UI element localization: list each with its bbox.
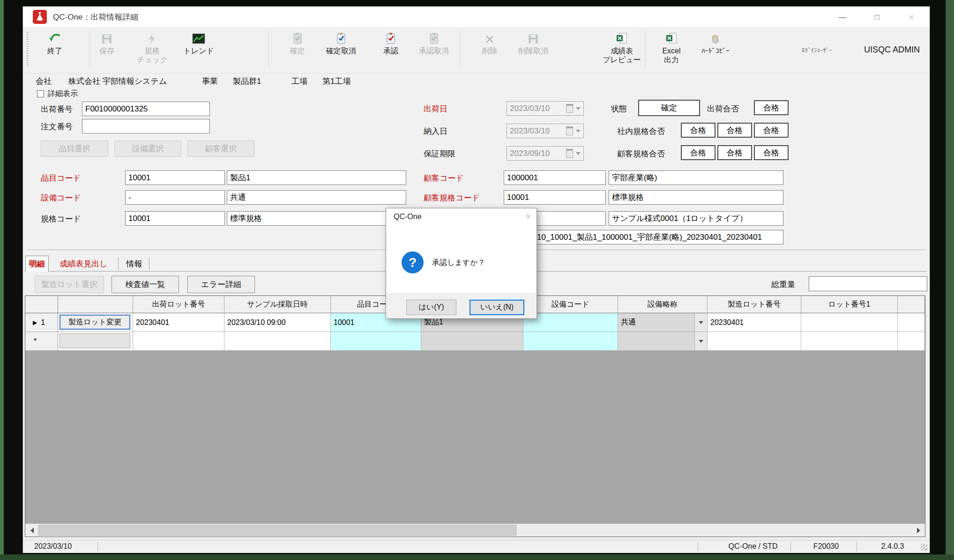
equipment-code-field[interactable]: - (125, 190, 225, 205)
calendar-icon (566, 104, 573, 113)
ship-pass-box: 合格 (754, 100, 789, 115)
close-icon[interactable]: × (902, 11, 921, 23)
table-cell-partial[interactable] (898, 332, 925, 351)
customer-name-field: 宇部産業(略) (609, 170, 783, 185)
detail-display-checkbox[interactable] (37, 90, 44, 97)
dialog-message: 承認しますか？ (432, 258, 485, 268)
equipment-select-button: 設備選択 (114, 140, 181, 157)
equipment-name-field: 共通 (227, 190, 406, 205)
customer-spec-code-field[interactable]: 10001 (504, 190, 606, 205)
chevron-down-icon (576, 107, 581, 110)
column-header-lot1: ロット番号1 (801, 296, 898, 313)
table-cell-mfg-lot[interactable]: 20230401 (708, 313, 801, 332)
horizontal-scrollbar[interactable] (25, 523, 925, 537)
current-row-arrow-icon: ▶ (33, 319, 37, 326)
table-cell-lot1[interactable] (801, 313, 898, 332)
status-bar: 2023/03/10 QC-One / STD F20030 2.4.0.3 (23, 540, 930, 553)
plant-value: 第1工場 (322, 76, 350, 87)
toolbar-drag-handle[interactable] (27, 32, 29, 66)
item-code-field[interactable]: 10001 (125, 170, 225, 185)
clipboard-check-icon (292, 30, 303, 45)
spec-code-field[interactable]: 10001 (125, 211, 225, 226)
error-detail-button[interactable]: エラー詳細 (187, 276, 255, 293)
table-cell-sample-dt[interactable] (224, 332, 331, 351)
ship-date-label: 出荷日 (424, 103, 447, 114)
table-cell-action: 製造ロット変更 (58, 313, 133, 332)
item-code-label: 品目コード (41, 173, 81, 184)
customer-spec-pass-box: 合格 (681, 145, 716, 160)
customer-code-label: 顧客コード (424, 173, 464, 184)
shipping-no-input[interactable]: F0010000001325 (82, 102, 210, 116)
status-version: 2.4.0.3 (862, 542, 923, 551)
maximize-icon[interactable]: □ (867, 11, 887, 23)
approve-button[interactable]: 承認 (372, 30, 410, 70)
table-cell-lot1[interactable] (801, 332, 898, 351)
equipment-code-label: 設備コード (41, 192, 81, 203)
excel-export-button[interactable]: Excel出力 (650, 30, 693, 70)
customer-code-field[interactable]: 1000001 (504, 170, 606, 185)
dialog-yes-button[interactable]: はい(Y) (406, 300, 456, 315)
confirm-button: 確定 (279, 30, 316, 70)
status-label: 状態 (611, 103, 627, 114)
hardcopy-icon (709, 30, 722, 45)
app-window: QC-One：出荷情報詳細 — □ × 終了 保存 (22, 6, 930, 553)
chevron-down-icon (576, 152, 581, 155)
clipboard-check-red-icon (385, 30, 396, 45)
login-user-value: UISQC ADMIN (864, 45, 920, 55)
hardcopy-button[interactable]: ﾊｰﾄﾞｺﾋﾟｰ (690, 30, 741, 70)
new-row-asterisk: * (34, 337, 37, 346)
table-cell-mfg-lot[interactable] (708, 332, 801, 351)
scroll-right-icon[interactable] (912, 524, 925, 537)
confirm-cancel-button[interactable]: 確定取消 (315, 30, 367, 70)
dropdown-button[interactable] (694, 332, 707, 350)
table-cell-equip-code[interactable] (523, 332, 618, 351)
chevron-down-icon (699, 321, 703, 324)
table-cell-ship-lot[interactable] (133, 332, 224, 351)
table-cell-item-code[interactable] (331, 332, 421, 351)
row-marker: ▶ 1 (25, 313, 58, 332)
tab-info[interactable]: 情報 (119, 257, 149, 270)
save-icon (527, 30, 539, 45)
tab-report-header[interactable]: 成績表見出し (49, 257, 119, 270)
customer-spec-pass-box: 合格 (717, 145, 752, 160)
table-cell-sample-dt[interactable]: 2023/03/10 09:00 (224, 313, 331, 332)
internal-spec-pass-label: 社内規格合否 (617, 126, 665, 137)
table-cell-action (58, 332, 133, 351)
table-cell-partial[interactable] (898, 313, 925, 332)
dropdown-button[interactable] (694, 313, 707, 332)
total-weight-field[interactable] (809, 276, 927, 291)
action-column-header (58, 296, 133, 313)
column-header-sample-dt: サンプル採取日時 (224, 296, 331, 313)
calendar-icon (566, 149, 573, 158)
tab-detail[interactable]: 明細 (25, 256, 49, 272)
spec-check-button: 規格チェック (129, 30, 176, 70)
scroll-left-icon[interactable] (25, 524, 38, 537)
resize-grip[interactable] (921, 544, 927, 551)
table-cell-equip-abbr[interactable]: 共通 (618, 313, 708, 332)
customer-spec-pass-box: 合格 (754, 145, 789, 160)
customer-spec-code-label: 顧客規格コード (424, 192, 480, 203)
table-cell-equip-code[interactable] (523, 313, 618, 332)
column-header-equip-code: 設備コード (523, 296, 618, 313)
dialog-close-icon[interactable]: × (525, 211, 531, 222)
column-header-equip-abbr: 設備略称 (618, 296, 708, 313)
excel-file-icon (615, 30, 628, 45)
exit-button[interactable]: 終了 (36, 30, 74, 70)
minimize-icon[interactable]: — (833, 11, 852, 23)
clipboard-check-icon (428, 30, 440, 45)
scrollbar-thumb[interactable] (38, 525, 516, 536)
order-no-input[interactable] (82, 119, 210, 133)
sample-format-name-field: サンプル様式0001（1ロットタイプ） (609, 211, 783, 226)
column-header-partial (898, 296, 925, 313)
table-cell-ship-lot[interactable]: 20230401 (133, 313, 224, 332)
customer-select-button: 顧客選択 (187, 140, 254, 157)
mfg-lot-change-button[interactable]: 製造ロット変更 (60, 315, 130, 330)
inspection-value-list-button[interactable]: 検査値一覧 (112, 276, 179, 293)
customer-spec-pass-label: 顧客規格合否 (617, 148, 665, 159)
total-weight-label: 総重量 (771, 279, 795, 290)
trend-button[interactable]: トレンド (173, 30, 224, 70)
table-cell-equip-abbr[interactable] (618, 332, 708, 351)
company-value: 株式会社 宇部情報システム (68, 76, 167, 87)
report-preview-button[interactable]: 成績表プレビュー (596, 30, 648, 70)
dialog-no-button[interactable]: いいえ(N) (470, 300, 524, 315)
